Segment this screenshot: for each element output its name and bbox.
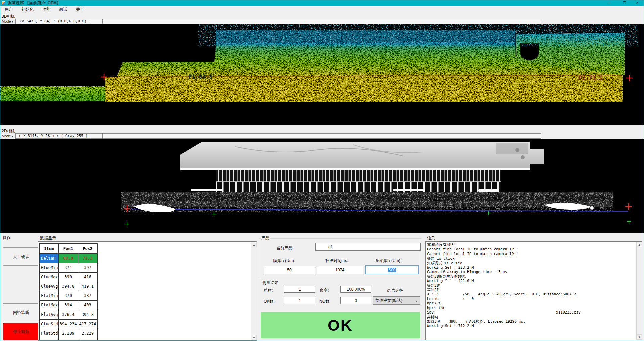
yield-input[interactable] <box>340 286 371 293</box>
language-select-label: 语言选择 <box>387 288 403 293</box>
selected-text: 500 <box>388 268 396 272</box>
menu-item[interactable]: 用户 <box>0 6 17 13</box>
table-row[interactable]: FlatStd 2.139 2.229 <box>39 329 97 338</box>
camera3d-viewport[interactable]: P1:63.8 P2:71.1 <box>0 24 644 125</box>
ng-count-input[interactable] <box>340 297 371 304</box>
camera3d-mode-button[interactable]: Mode▾ <box>2 19 13 24</box>
minimize-button[interactable]: ─ <box>604 0 614 6</box>
log-line: 等到3D取到灰度图数据。 <box>427 274 629 279</box>
app-window: 测高程序 【当前用户: OEM】 ─ ❐ ✕ 用户初始化功能调试关于 3D相机 … <box>0 0 644 341</box>
results-label: 测量结果 <box>262 280 279 286</box>
scan-time-input[interactable] <box>317 266 363 274</box>
yield-label: 良率: <box>320 288 329 293</box>
data-display-list: Item Pos1 Pos2 DeltaH 63.8 71.1 GlueMin <box>38 241 257 341</box>
camera3d-cursor-status: (X 5473, Y 84) : (R 0,G 0,B 0) <box>15 19 91 24</box>
ok-count-input[interactable] <box>284 297 315 304</box>
ok-count-label: OK数: <box>264 299 275 304</box>
table-row[interactable]: DeltaH 63.8 71.1 <box>39 253 97 263</box>
p1-label: P1:63.8 <box>188 73 213 80</box>
allowed-thickness-input[interactable]: 500 <box>365 265 419 274</box>
table-row[interactable]: FlatMin 370 387 <box>39 291 97 300</box>
table-row[interactable]: FlatAvg 376.4 394.8 <box>39 310 97 319</box>
gray-image-2d <box>0 139 644 233</box>
camera3d-modebar: Mode▾ (X 5473, Y 84) : (R 0,G 0,B 0) <box>0 19 644 24</box>
info-log[interactable]: 3D相机没有网络!Cannot find local IP to match c… <box>425 241 642 340</box>
app-icon <box>2 1 5 5</box>
redaction-blob <box>438 280 462 307</box>
log-line: CameraLV array to HImage time : 3 ms <box>427 270 629 274</box>
total-label: 总数: <box>264 288 273 293</box>
chevron-down-icon: ▾ <box>12 20 13 23</box>
redaction-blob <box>446 303 542 309</box>
log-line: 3D相机没有网络! <box>427 243 629 247</box>
camera2d-mode-button[interactable]: Mode▾ <box>2 133 13 139</box>
menu-item[interactable]: 功能 <box>38 6 55 13</box>
film-thickness-input[interactable] <box>264 266 315 274</box>
camera2d-cursor-status: ( X 3145, Y 28 ) : ( Gray 255 ) <box>15 133 91 139</box>
scan-time-label: 扫描时间ms: <box>325 258 348 264</box>
log-line: 登陆 is click <box>427 256 629 261</box>
column-header-pos2[interactable]: Pos2 <box>78 244 97 253</box>
film-thickness-label: 膜厚度(Um): <box>273 258 295 264</box>
scroll-down-icon[interactable]: ▼ <box>637 334 642 340</box>
scroll-down-icon[interactable]: ▼ <box>251 335 257 340</box>
table-row[interactable]: FlatMax 394 403 <box>39 300 97 310</box>
log-line: 加载3张 相机 行AOI检查, Elapsed 19296 ms. <box>427 319 629 324</box>
menu-item[interactable]: 调试 <box>55 6 72 13</box>
info-label: 信息 <box>426 235 436 241</box>
scroll-up-icon[interactable]: ▲ <box>637 242 642 247</box>
table-row[interactable]: GlueAvg 394.8 419.1 <box>39 282 97 291</box>
network-listen-button[interactable]: 网络监听 <box>3 303 39 322</box>
data-display-label: 数据显示 <box>39 235 57 241</box>
column-header-pos1[interactable]: Pos1 <box>58 244 78 253</box>
table-header-row: Item Pos1 Pos2 <box>39 244 97 253</box>
operations-label: 操作 <box>2 235 11 241</box>
table-row[interactable]: GlueStd 394.234 417.274 <box>39 319 97 329</box>
language-dropdown[interactable]: 简体中文(默认) ⌄ <box>373 296 420 305</box>
data-list-scrollbar[interactable]: ▲ ▼ <box>251 242 257 340</box>
log-line: Working Set : 712.2 M <box>427 324 629 328</box>
measurement-table: Item Pos1 Pos2 DeltaH 63.8 71.1 GlueMin <box>39 243 98 341</box>
menubar: 用户初始化功能调试关于 <box>0 6 644 13</box>
p2-label: P2:71.1 <box>579 75 603 81</box>
chevron-down-icon: ⌄ <box>415 299 418 302</box>
scroll-up-icon[interactable]: ▲ <box>251 242 257 247</box>
camera2d-status-cell-2 <box>91 133 103 139</box>
ng-count-label: NG数: <box>319 299 330 304</box>
close-button[interactable]: ✕ <box>632 0 642 6</box>
menu-item[interactable]: 初始化 <box>17 6 38 13</box>
camera2d-modebar: Mode▾ ( X 3145, Y 28 ) : ( Gray 255 ) <box>0 133 644 139</box>
maximize-button[interactable]: ❐ <box>619 0 630 6</box>
camera3d-status-cell-2 <box>91 19 103 24</box>
menu-item[interactable]: 关于 <box>72 6 88 13</box>
info-log-scrollbar[interactable]: ▲ ▼ <box>636 242 642 340</box>
table-row[interactable]: GlueMax 390 416 <box>39 272 97 282</box>
total-input[interactable] <box>284 286 315 293</box>
log-line: 集成调试 is click <box>427 261 629 265</box>
height-map-3d: P1:63.8 P2:71.1 <box>0 24 644 125</box>
current-product-input[interactable] <box>315 243 421 251</box>
table-row[interactable]: GlueMin 371 397 <box>39 263 97 272</box>
table-row[interactable]: X 2583.5 7966.7 <box>39 338 97 341</box>
result-status-panel: OK <box>261 312 420 338</box>
titlebar: 测高程序 【当前用户: OEM】 ─ ❐ ✕ <box>0 0 644 6</box>
camera2d-viewport[interactable] <box>0 139 644 233</box>
stop-listen-button[interactable]: 停止监听 <box>3 323 39 340</box>
log-line: Cannot find local IP to match camera IP … <box>427 247 629 251</box>
current-product-label: 当前产品: <box>276 245 293 251</box>
product-label: 产品 <box>261 235 270 241</box>
redaction-blob <box>434 311 459 316</box>
log-line: Cannot find local IP to match camera IP … <box>427 252 629 256</box>
log-line: Working Set : 223.2 M <box>427 265 629 270</box>
allowed-thickness-label: 允许厚度(Um): <box>375 258 401 264</box>
column-header-item[interactable]: Item <box>39 244 58 253</box>
camera2d-status-cell-3 <box>102 133 541 139</box>
chevron-down-icon: ▾ <box>12 135 13 138</box>
camera3d-status-cell-3 <box>102 19 541 24</box>
window-title: 测高程序 【当前用户: OEM】 <box>8 0 61 6</box>
manual-confirm-button[interactable]: 人工确认 <box>3 247 39 266</box>
